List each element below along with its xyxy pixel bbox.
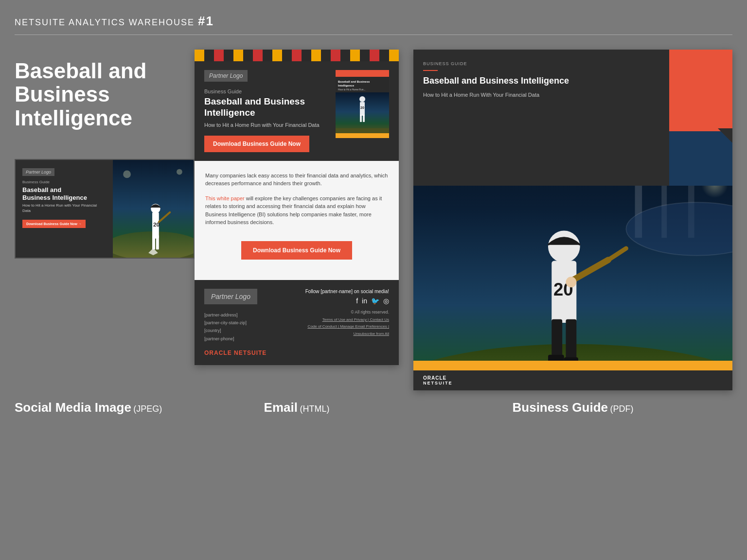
email-body-cta-container: Download Business Guide Now — [205, 236, 388, 269]
header-title: NETSUITE ANALYTICS WAREHOUSE #1 — [15, 14, 732, 29]
pdf-bottom-bar — [413, 361, 732, 370]
email-main-title: Baseball and Business Intelligence — [204, 96, 328, 119]
email-footer-rights: © All rights reserved. — [301, 310, 389, 315]
header-title-prefix: NETSUITE ANALYTICS WAREHOUSE — [15, 18, 198, 27]
email-cta-button-2[interactable]: Download Business Guide Now — [241, 241, 352, 260]
email-guide-label: Business Guide — [204, 88, 328, 94]
social-label: Social Media Image (JPEG) — [15, 400, 180, 415]
email-label-sub: (HTML) — [300, 404, 329, 414]
email-preview: Partner Logo Business Guide Baseball and… — [195, 50, 399, 365]
main-content: Baseball and Business Intelligence Partn… — [0, 35, 747, 390]
pdf-stadium-svg: 20 — [413, 186, 732, 361]
unsubscribe-link[interactable]: Unsubscribe from All — [354, 332, 389, 336]
linkedin-icon[interactable]: in — [362, 297, 367, 305]
facebook-icon[interactable]: f — [356, 297, 358, 305]
pdf-title: Baseball and Business Intelligence — [423, 76, 659, 87]
svg-rect-43 — [566, 319, 576, 359]
svg-rect-20 — [360, 115, 362, 122]
pdf-footer: ORACLE NETSUITE — [413, 370, 732, 390]
svg-point-40 — [566, 277, 576, 287]
left-section: Baseball and Business Intelligence Partn… — [15, 50, 180, 259]
svg-rect-44 — [548, 355, 564, 361]
social-title: Baseball and Business Intelligence — [22, 186, 106, 201]
svg-text:20: 20 — [360, 106, 364, 109]
pdf-label-main: Business Guide — [513, 400, 608, 415]
bottom-labels: Social Media Image (JPEG) Email (HTML) B… — [0, 390, 747, 430]
email-footer-left: Partner Logo [partner-address] [partner-… — [204, 289, 293, 356]
svg-point-17 — [359, 96, 365, 102]
social-guide-label: Business Guide — [22, 180, 106, 184]
email-header: Partner Logo Business Guide Baseball and… — [195, 61, 399, 161]
social-label-sub: (JPEG) — [133, 404, 162, 414]
pdf-label: Business Guide (PDF) — [413, 400, 732, 415]
contact-link[interactable]: Contact Us — [370, 317, 389, 322]
email-footer-follow: Follow [partner-name] on social media! — [301, 289, 389, 294]
pdf-right-accent — [669, 50, 732, 186]
email-footer-address: [partner-address] [partner-city-state-zi… — [204, 311, 293, 343]
social-subtitle: How to Hit a Home Run with Your Financia… — [22, 203, 106, 213]
pdf-label-sub: (PDF) — [610, 404, 633, 414]
svg-point-2 — [177, 169, 182, 175]
social-preview-left: Partner Logo Business Guide Baseball and… — [16, 160, 113, 258]
svg-text:How to Hit a Home Run...: How to Hit a Home Run... — [338, 88, 366, 91]
svg-text:Intelligence: Intelligence — [338, 84, 355, 87]
social-label-main: Social Media Image — [15, 400, 131, 415]
page-header: NETSUITE ANALYTICS WAREHOUSE #1 — [0, 0, 747, 35]
svg-text:Baseball and Business: Baseball and Business — [338, 80, 370, 83]
page-title: Baseball and Business Intelligence — [15, 59, 180, 130]
svg-rect-21 — [363, 115, 365, 122]
header-title-number: #1 — [198, 14, 214, 28]
svg-rect-8 — [152, 235, 155, 249]
email-label: Email (HTML) — [195, 400, 399, 415]
svg-point-1 — [123, 171, 131, 178]
email-subtitle: How to Hit a Home Run with Your Financia… — [204, 122, 328, 129]
social-stadium-svg: 20 — [113, 160, 194, 258]
email-footer-logo: Partner Logo — [204, 289, 257, 304]
email-body: Many companies lack easy access to their… — [195, 161, 399, 280]
pdf-top-section: BUSINESS GUIDE Baseball and Business Int… — [413, 50, 732, 186]
terms-link[interactable]: Terms of Use and Privacy — [322, 317, 367, 322]
svg-rect-42 — [551, 319, 562, 359]
pdf-orange-bar — [423, 70, 438, 71]
pdf-preview: BUSINESS GUIDE Baseball and Business Int… — [413, 50, 732, 390]
social-preview-image: 20 — [113, 160, 194, 258]
pdf-oracle-netsuite-logo: ORACLE NETSUITE — [423, 375, 453, 385]
email-body-paragraph2: This white paper will explore the key ch… — [205, 194, 388, 227]
instagram-icon[interactable]: ◎ — [383, 297, 389, 305]
svg-rect-11 — [336, 70, 389, 77]
email-label-main: Email — [264, 400, 298, 415]
pdf-accent-orange — [669, 50, 732, 131]
social-partner-logo: Partner Logo — [22, 168, 54, 176]
svg-rect-9 — [156, 235, 159, 249]
email-partner-logo: Partner Logo — [204, 70, 248, 82]
twitter-icon[interactable]: 🐦 — [371, 297, 379, 305]
svg-rect-45 — [564, 357, 578, 361]
pdf-image-section: 20 — [413, 186, 732, 361]
email-footer-links: Terms of Use and Privacy | Contact Us Co… — [301, 316, 389, 337]
email-prefs-link[interactable]: Manage Email Preferences — [340, 324, 387, 329]
pdf-corner-fold — [718, 128, 732, 143]
email-thumb-svg: Baseball and Business Intelligence How t… — [336, 70, 389, 138]
email-thumbnail: Baseball and Business Intelligence How t… — [336, 70, 389, 138]
code-conduct-link[interactable]: Code of Conduct — [308, 324, 337, 329]
pdf-guide-label: BUSINESS GUIDE — [423, 61, 659, 66]
pdf-subtitle: How to Hit a Home Run With Your Financia… — [423, 91, 659, 99]
email-cta-button-1[interactable]: Download Business Guide Now — [204, 136, 309, 152]
social-media-preview: Partner Logo Business Guide Baseball and… — [15, 159, 180, 259]
social-preview-card: Partner Logo Business Guide Baseball and… — [15, 159, 195, 259]
email-body-paragraph1: Many companies lack easy access to their… — [205, 172, 388, 188]
email-highlight-text: This white paper — [205, 195, 245, 201]
email-footer-right: Follow [partner-name] on social media! f… — [301, 289, 389, 356]
email-stripe-banner — [195, 50, 399, 61]
pdf-left-content: BUSINESS GUIDE Baseball and Business Int… — [413, 50, 669, 186]
email-header-left: Partner Logo Business Guide Baseball and… — [204, 70, 328, 152]
email-footer-social-icons: f in 🐦 ◎ — [301, 297, 389, 305]
svg-point-36 — [548, 231, 580, 263]
social-cta-button[interactable]: Download Business Guide Now → — [22, 220, 86, 228]
email-footer-oracle-logo: ORACLE NETSUITE — [204, 350, 293, 356]
email-footer: Partner Logo [partner-address] [partner-… — [195, 280, 399, 365]
svg-rect-23 — [336, 133, 389, 138]
